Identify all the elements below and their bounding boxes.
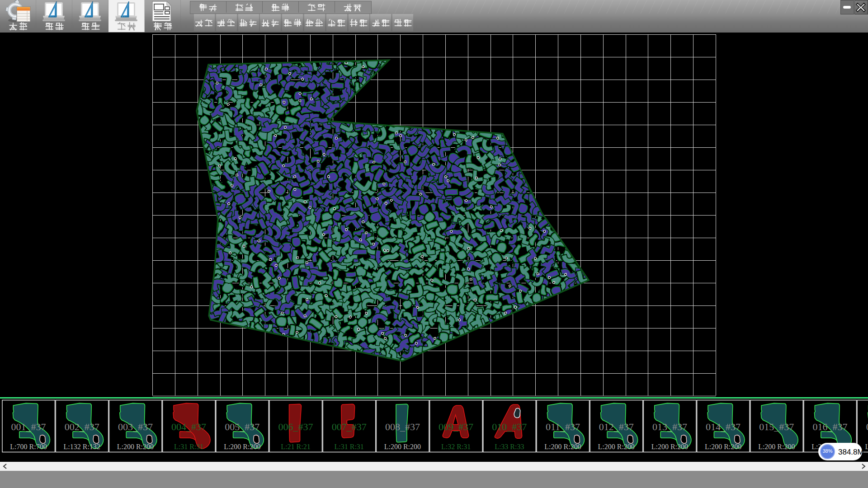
- svg-text:017_#37: 017_#37: [866, 421, 868, 432]
- svg-text:L:200 R:200: L:200 R:200: [117, 443, 154, 450]
- svg-text:L:200 R:200: L:200 R:200: [224, 443, 260, 450]
- svg-text:005_#37: 005_#37: [225, 421, 259, 432]
- svg-text:L:200 R:200: L:200 R:200: [705, 443, 741, 450]
- svg-text:L:200 R:200: L:200 R:200: [384, 443, 421, 450]
- svg-text:L:200 R:200: L:200 R:200: [865, 443, 868, 450]
- svg-text:L:200 R:200: L:200 R:200: [598, 443, 635, 450]
- svg-text:001_#37: 001_#37: [11, 421, 46, 432]
- svg-text:L:700 R:700: L:700 R:700: [10, 443, 47, 450]
- svg-text:009_#37: 009_#37: [439, 421, 473, 432]
- svg-text:013_#37: 013_#37: [652, 421, 687, 432]
- svg-text:008_#37: 008_#37: [385, 421, 420, 432]
- svg-text:L:31 R:31: L:31 R:31: [335, 443, 364, 450]
- svg-text:010_#37: 010_#37: [492, 421, 527, 432]
- svg-text:012_#37: 012_#37: [599, 421, 634, 432]
- svg-text:014_#37: 014_#37: [706, 421, 741, 432]
- svg-text:003_#37: 003_#37: [118, 421, 153, 432]
- svg-text:002_#37: 002_#37: [65, 421, 99, 432]
- svg-text:L:21 R:21: L:21 R:21: [281, 443, 310, 450]
- svg-text:015_#37: 015_#37: [759, 421, 794, 432]
- svg-text:L:200 R:200: L:200 R:200: [758, 443, 795, 450]
- svg-text:L:31 R:31: L:31 R:31: [174, 443, 203, 450]
- svg-text:L:132 R:132: L:132 R:132: [64, 443, 100, 450]
- svg-text:L:200 R:200: L:200 R:200: [651, 443, 688, 450]
- svg-text:006_#37: 006_#37: [278, 421, 313, 432]
- svg-text:007_#37: 007_#37: [332, 421, 367, 432]
- svg-text:L:32 R:31: L:32 R:31: [441, 443, 471, 450]
- svg-text:011_#37: 011_#37: [546, 421, 580, 432]
- svg-text:004_#37: 004_#37: [171, 421, 206, 432]
- svg-text:L:200 R:200: L:200 R:200: [544, 443, 581, 450]
- svg-text:L:33 R:33: L:33 R:33: [495, 443, 524, 450]
- svg-text:016_#37: 016_#37: [813, 421, 848, 432]
